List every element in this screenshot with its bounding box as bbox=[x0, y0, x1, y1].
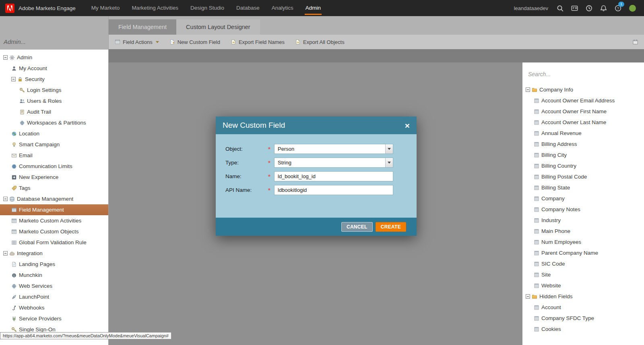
collapse-icon[interactable] bbox=[526, 294, 530, 299]
sidebar-item-smart-campaign[interactable]: Smart Campaign bbox=[0, 139, 108, 150]
field-item-billing-postal-code[interactable]: Billing Postal Code bbox=[522, 171, 644, 182]
nav-item-analytics[interactable]: Analytics bbox=[266, 0, 299, 16]
field-item-account-owner-email-address[interactable]: Account Owner Email Address bbox=[522, 95, 644, 106]
sidebar-item-communication-limits[interactable]: Communication Limits bbox=[0, 161, 108, 172]
field-item-company-info[interactable]: Company Info bbox=[522, 84, 644, 95]
tree-item-label: Tags bbox=[19, 185, 31, 191]
field-item-billing-city[interactable]: Billing City bbox=[522, 150, 644, 160]
field-item-account-owner-first-name[interactable]: Account Owner First Name bbox=[522, 106, 644, 117]
toolbar-export-field-names[interactable]: Export Field Names bbox=[231, 39, 285, 45]
sidebar-item-field-management[interactable]: Field Management bbox=[0, 204, 108, 215]
sidebar-item-users-roles[interactable]: Users & Roles bbox=[0, 96, 108, 106]
create-button[interactable]: CREATE bbox=[376, 222, 406, 232]
object-select[interactable]: Person bbox=[274, 144, 393, 154]
avatar-icon[interactable] bbox=[627, 3, 638, 13]
sidebar-item-database-management[interactable]: Database Management bbox=[0, 193, 108, 204]
svg-text:?: ? bbox=[617, 6, 619, 10]
field-icon bbox=[534, 163, 539, 169]
sidebar-item-global-form-validation-rule[interactable]: Global Form Validation Rule bbox=[0, 237, 108, 248]
grid-icon bbox=[11, 240, 17, 245]
api-name-input[interactable]: ldbookitlogid bbox=[274, 185, 393, 195]
type-select[interactable]: String bbox=[274, 158, 393, 168]
field-item-hidden-fields[interactable]: Hidden Fields bbox=[522, 291, 644, 302]
sidebar-item-workspaces-partitions[interactable]: Workspaces & Partitions bbox=[0, 117, 108, 128]
sidebar-item-location[interactable]: Location bbox=[0, 128, 108, 139]
field-item-site[interactable]: Site bbox=[522, 269, 644, 280]
adobe-logo-icon[interactable] bbox=[5, 4, 14, 13]
sidebar-item-my-account[interactable]: My Account bbox=[0, 63, 108, 74]
collapse-icon[interactable] bbox=[3, 55, 8, 60]
search-icon[interactable] bbox=[555, 3, 565, 13]
sidebar-item-admin[interactable]: Admin bbox=[0, 52, 108, 63]
sidebar-item-web-services[interactable]: Web Services bbox=[0, 281, 108, 291]
sidebar-item-audit-trail[interactable]: Audit Trail bbox=[0, 106, 108, 117]
sidebar-item-login-settings[interactable]: Login Settings bbox=[0, 85, 108, 96]
required-asterisk: * bbox=[268, 158, 274, 168]
field-icon bbox=[534, 305, 539, 310]
rocket-icon bbox=[11, 294, 17, 300]
field-item-cookies[interactable]: Cookies bbox=[522, 324, 644, 335]
dropdown-arrow-icon[interactable] bbox=[385, 144, 393, 154]
field-item-billing-country[interactable]: Billing Country bbox=[522, 160, 644, 171]
sidebar-item-munchkin[interactable]: Munchkin bbox=[0, 270, 108, 281]
sidebar-item-launchpoint[interactable]: LaunchPoint bbox=[0, 291, 108, 302]
field-item-account-owner-last-name[interactable]: Account Owner Last Name bbox=[522, 117, 644, 128]
sidebar-item-tags[interactable]: Tags bbox=[0, 183, 108, 193]
field-item-num-employees[interactable]: Num Employees bbox=[522, 237, 644, 247]
name-input[interactable]: ld_bookit_log_id bbox=[274, 171, 393, 181]
sidebar-item-marketo-custom-activities[interactable]: Marketo Custom Activities bbox=[0, 215, 108, 226]
field-item-company[interactable]: Company bbox=[522, 193, 644, 204]
field-icon bbox=[534, 283, 539, 289]
sidebar-item-webhooks[interactable]: Webhooks bbox=[0, 302, 108, 313]
toolbar-field-actions[interactable]: Field Actions bbox=[115, 39, 159, 45]
collapse-icon[interactable] bbox=[526, 87, 530, 92]
dropdown-arrow-icon[interactable] bbox=[385, 158, 393, 167]
close-icon[interactable]: × bbox=[405, 121, 410, 130]
nav-item-design-studio[interactable]: Design Studio bbox=[184, 0, 230, 16]
tree-item-label: Webhooks bbox=[19, 305, 45, 311]
sidebar-item-security[interactable]: Security bbox=[0, 74, 108, 85]
field-item-parent-company-name[interactable]: Parent Company Name bbox=[522, 247, 644, 258]
field-item-sic-code[interactable]: SIC Code bbox=[522, 258, 644, 269]
cancel-button[interactable]: CANCEL bbox=[341, 222, 373, 232]
calendar-icon[interactable] bbox=[632, 39, 638, 45]
toolbar-export-all-objects[interactable]: Export All Objects bbox=[295, 39, 345, 45]
collapse-icon[interactable] bbox=[3, 197, 8, 201]
tab-custom-layout-designer[interactable]: Custom Layout Designer bbox=[176, 19, 260, 35]
sidebar-item-landing-pages[interactable]: Landing Pages bbox=[0, 259, 108, 270]
field-item-industry[interactable]: Industry bbox=[522, 215, 644, 226]
sidebar-item-integration[interactable]: Integration bbox=[0, 248, 108, 259]
nav-item-database[interactable]: Database bbox=[230, 0, 266, 16]
collapse-icon[interactable] bbox=[3, 251, 8, 256]
sidebar-item-email[interactable]: Email bbox=[0, 150, 108, 161]
tab-field-management[interactable]: Field Management bbox=[109, 19, 176, 35]
search-input[interactable] bbox=[527, 71, 638, 78]
toolbar-new-custom-field[interactable]: New Custom Field bbox=[169, 39, 220, 45]
tree-item-label: Billing State bbox=[541, 185, 570, 191]
sidebar-item-new-experience[interactable]: New Experience bbox=[0, 172, 108, 183]
notifications-icon[interactable] bbox=[598, 3, 609, 13]
field-item-company-notes[interactable]: Company Notes bbox=[522, 204, 644, 215]
table-icon bbox=[11, 218, 17, 224]
history-icon[interactable] bbox=[584, 3, 594, 13]
sidebar-item-service-providers[interactable]: Service Providers bbox=[0, 313, 108, 324]
field-icon bbox=[534, 229, 539, 234]
field-icon bbox=[534, 131, 539, 136]
help-icon[interactable]: ?1 bbox=[613, 3, 623, 13]
nav-item-marketing-activities[interactable]: Marketing Activities bbox=[126, 0, 184, 16]
field-item-billing-state[interactable]: Billing State bbox=[522, 182, 644, 193]
field-item-company-sfdc-type[interactable]: Company SFDC Type bbox=[522, 313, 644, 324]
nav-item-my-marketo[interactable]: My Marketo bbox=[85, 0, 126, 16]
sidebar-item-marketo-custom-objects[interactable]: Marketo Custom Objects bbox=[0, 226, 108, 237]
tree-item-label: LaunchPoint bbox=[19, 294, 49, 300]
field-item-main-phone[interactable]: Main Phone bbox=[522, 226, 644, 237]
field-item-website[interactable]: Website bbox=[522, 280, 644, 291]
collapse-icon[interactable] bbox=[11, 77, 16, 81]
nav-item-admin[interactable]: Admin bbox=[299, 0, 327, 16]
apps-icon[interactable] bbox=[569, 3, 580, 13]
field-item-billing-address[interactable]: Billing Address bbox=[522, 139, 644, 150]
tab-bar: Field ManagementCustom Layout Designer bbox=[109, 16, 644, 35]
commglobe-icon bbox=[11, 164, 17, 169]
field-item-annual-revenue[interactable]: Annual Revenue bbox=[522, 128, 644, 139]
field-item-account[interactable]: Account bbox=[522, 302, 644, 313]
